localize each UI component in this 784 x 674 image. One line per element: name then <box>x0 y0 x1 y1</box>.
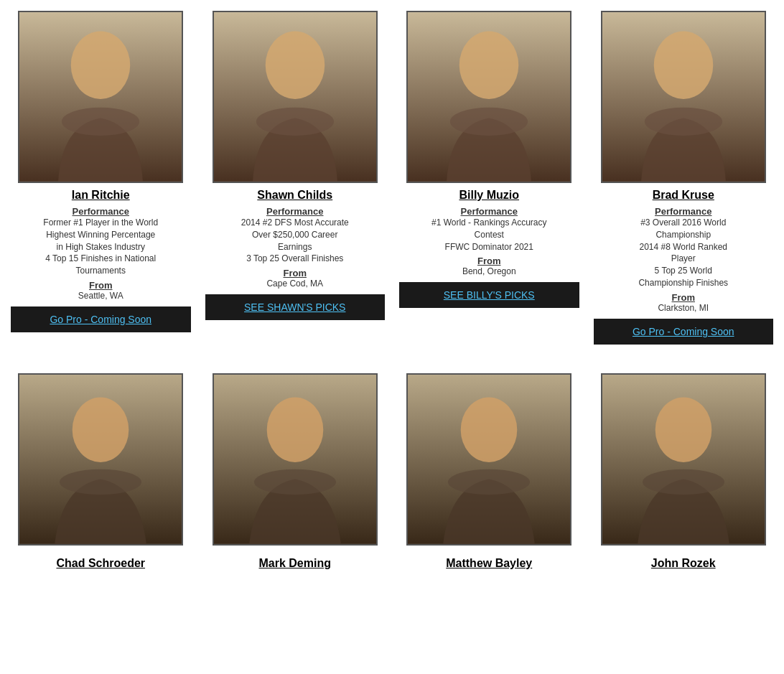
svg-point-17 <box>254 469 336 495</box>
mark-deming-name: Mark Deming <box>259 557 331 570</box>
expert-card-matthew-bayley: Matthew Bayley <box>396 370 583 574</box>
brad-kruse-performance-label: Performance <box>655 206 711 217</box>
experts-grid-row1: Ian RitchiePerformanceFormer #1 Player i… <box>7 7 777 348</box>
billy-muzio-from-text: Bend, Oregon <box>462 266 516 276</box>
shawn-childs-name: Shawn Childs <box>257 189 332 202</box>
shawn-childs-photo <box>213 11 378 183</box>
experts-grid-row2: Chad Schroeder Mark Deming <box>7 370 777 574</box>
svg-point-8 <box>450 108 528 136</box>
billy-muzio-performance-label: Performance <box>461 206 518 217</box>
matthew-bayley-name: Matthew Bayley <box>446 557 532 570</box>
brad-kruse-person-silhouette <box>602 12 765 182</box>
svg-point-7 <box>459 32 519 99</box>
ian-ritchie-name: Ian Ritchie <box>72 189 130 202</box>
billy-muzio-performance-text: #1 World - Rankings AccuracyContestFFWC … <box>431 217 547 253</box>
ian-ritchie-performance-text: Former #1 Player in the WorldHighest Win… <box>43 217 158 277</box>
expert-card-mark-deming: Mark Deming <box>202 370 389 574</box>
brad-kruse-from-text: Clarkston, MI <box>658 303 709 313</box>
svg-point-19 <box>461 397 518 462</box>
ian-ritchie-action-button[interactable]: Go Pro - Coming Soon <box>11 306 191 332</box>
brad-kruse-photo <box>601 11 766 183</box>
john-rozek-person-silhouette <box>602 375 765 544</box>
expert-card-brad-kruse: Brad KrusePerformance#3 Overall 2016 Wor… <box>590 7 778 348</box>
brad-kruse-performance-text: #3 Overall 2016 WorldChampionship2014 #8… <box>638 217 728 289</box>
mark-deming-person-silhouette <box>214 375 376 544</box>
expert-card-billy-muzio: Billy MuzioPerformance#1 World - Ranking… <box>396 7 583 348</box>
svg-point-5 <box>256 108 334 136</box>
svg-point-11 <box>645 108 722 136</box>
john-rozek-photo <box>601 373 766 546</box>
chad-schroeder-name: Chad Schroeder <box>56 557 145 570</box>
svg-point-22 <box>655 397 711 462</box>
matthew-bayley-person-silhouette <box>408 375 570 544</box>
svg-point-10 <box>653 32 713 99</box>
shawn-childs-person-silhouette <box>214 12 376 182</box>
shawn-childs-action-button[interactable]: SEE SHAWN'S PICKS <box>205 294 386 320</box>
billy-muzio-name: Billy Muzio <box>459 189 519 202</box>
billy-muzio-photo <box>406 11 571 183</box>
brad-kruse-action-button[interactable]: Go Pro - Coming Soon <box>594 319 774 345</box>
svg-point-20 <box>448 469 530 495</box>
shawn-childs-performance-label: Performance <box>266 206 323 217</box>
mark-deming-photo <box>213 373 378 546</box>
ian-ritchie-performance-label: Performance <box>73 206 129 217</box>
svg-point-13 <box>73 397 129 462</box>
ian-ritchie-from-label: From <box>89 280 113 291</box>
expert-card-chad-schroeder: Chad Schroeder <box>7 370 195 574</box>
expert-card-ian-ritchie: Ian RitchiePerformanceFormer #1 Player i… <box>7 7 195 348</box>
matthew-bayley-photo <box>406 373 571 546</box>
expert-card-shawn-childs: Shawn ChildsPerformance2014 #2 DFS Most … <box>202 7 389 348</box>
john-rozek-name: John Rozek <box>651 557 716 570</box>
ian-ritchie-photo <box>18 11 183 183</box>
svg-point-23 <box>643 469 724 495</box>
chad-schroeder-person-silhouette <box>19 375 182 544</box>
svg-point-14 <box>60 469 141 495</box>
svg-point-1 <box>71 32 131 99</box>
billy-muzio-action-button[interactable]: SEE BILLY'S PICKS <box>399 282 579 308</box>
brad-kruse-from-label: From <box>672 292 696 303</box>
ian-ritchie-from-text: Seattle, WA <box>78 291 123 301</box>
shawn-childs-performance-text: 2014 #2 DFS Most AccurateOver $250,000 C… <box>241 217 349 265</box>
brad-kruse-name: Brad Kruse <box>653 189 714 202</box>
billy-muzio-person-silhouette <box>408 12 570 182</box>
svg-point-2 <box>62 108 139 136</box>
billy-muzio-from-label: From <box>477 256 501 266</box>
svg-point-16 <box>266 397 323 462</box>
ian-ritchie-person-silhouette <box>19 12 182 182</box>
shawn-childs-from-text: Cape Cod, MA <box>266 279 323 289</box>
svg-point-4 <box>265 32 325 99</box>
chad-schroeder-photo <box>18 373 183 546</box>
expert-card-john-rozek: John Rozek <box>590 370 778 574</box>
shawn-childs-from-label: From <box>284 268 307 279</box>
